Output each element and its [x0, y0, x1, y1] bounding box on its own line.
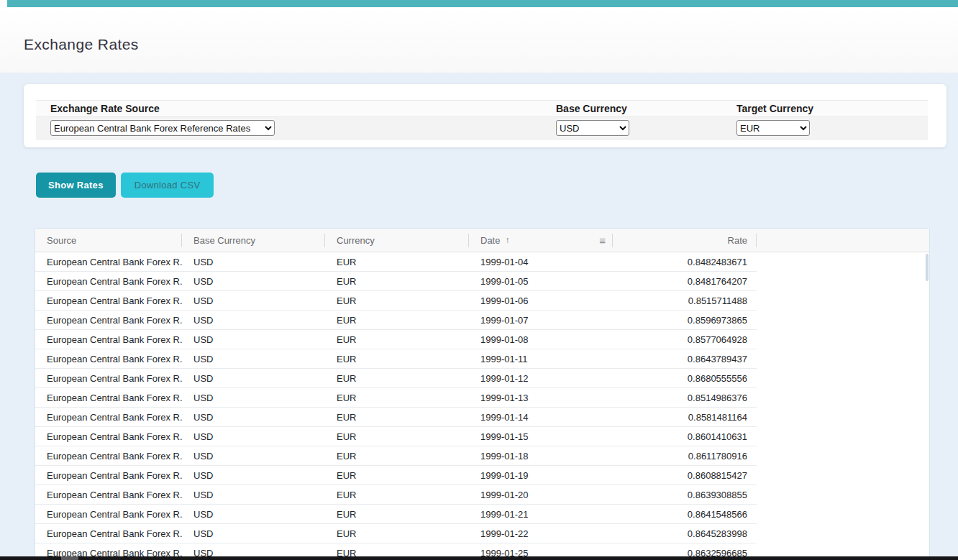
- table-row[interactable]: European Central Bank Forex R...USDEUR19…: [35, 291, 757, 311]
- cell-currency: EUR: [325, 330, 469, 349]
- table-row[interactable]: European Central Bank Forex R...USDEUR19…: [35, 524, 757, 543]
- cell-currency: EUR: [325, 485, 469, 504]
- cell-date: 1999-01-13: [469, 388, 613, 407]
- cell-rate: 0.8481764207: [613, 272, 757, 290]
- cell-rate: 0.8645283998: [613, 524, 757, 543]
- rates-grid: Source Base Currency Currency Date ↑ ≡ R…: [35, 228, 930, 560]
- cell-rate: 0.8596973865: [613, 311, 757, 329]
- table-row[interactable]: European Central Bank Forex R...USDEUR19…: [35, 311, 757, 330]
- cell-date: 1999-01-06: [469, 291, 613, 310]
- table-row[interactable]: European Central Bank Forex R...USDEUR19…: [35, 446, 757, 466]
- table-row[interactable]: European Central Bank Forex R...USDEUR19…: [35, 252, 757, 272]
- cell-date: 1999-01-07: [469, 311, 613, 329]
- table-row[interactable]: European Central Bank Forex R...USDEUR19…: [35, 349, 757, 369]
- cell-source: European Central Bank Forex R...: [35, 349, 182, 368]
- filter-form: Exchange Rate Source Base Currency Targe…: [36, 100, 928, 140]
- bottom-scrollbar-thumb[interactable]: [61, 556, 78, 560]
- cell-base_currency: USD: [182, 272, 325, 290]
- page-header: Exchange Rates: [0, 7, 958, 73]
- form-control-row: European Central Bank Forex Reference Ra…: [36, 117, 928, 140]
- cell-currency: EUR: [325, 252, 469, 271]
- table-row[interactable]: European Central Bank Forex R...USDEUR19…: [35, 330, 757, 349]
- target-currency-label: Target Currency: [722, 101, 928, 116]
- cell-base_currency: USD: [182, 349, 325, 368]
- cell-date: 1999-01-04: [469, 252, 613, 271]
- cell-date: 1999-01-15: [469, 427, 613, 446]
- download-csv-button[interactable]: Download CSV: [121, 173, 214, 198]
- cell-source: European Central Bank Forex R...: [35, 485, 182, 504]
- cell-date: 1999-01-05: [469, 272, 613, 290]
- cell-rate: 0.8515711488: [613, 291, 757, 310]
- cell-source: European Central Bank Forex R...: [35, 252, 182, 271]
- cell-base_currency: USD: [182, 524, 325, 543]
- cell-currency: EUR: [325, 291, 469, 310]
- cell-date: 1999-01-21: [469, 505, 613, 523]
- cell-source: European Central Bank Forex R...: [35, 311, 182, 329]
- cell-base_currency: USD: [182, 408, 325, 426]
- cell-date: 1999-01-20: [469, 485, 613, 504]
- cell-currency: EUR: [325, 524, 469, 543]
- column-header-base-currency[interactable]: Base Currency: [182, 229, 325, 252]
- cell-base_currency: USD: [182, 466, 325, 485]
- column-header-source[interactable]: Source: [35, 229, 182, 252]
- bottom-edge-bar: [0, 556, 958, 560]
- sort-ascending-icon: ↑: [505, 235, 509, 245]
- cell-currency: EUR: [325, 505, 469, 523]
- cell-source: European Central Bank Forex R...: [35, 408, 182, 426]
- table-row[interactable]: European Central Bank Forex R...USDEUR19…: [35, 505, 757, 524]
- cell-source: European Central Bank Forex R...: [35, 524, 182, 543]
- grid-body: European Central Bank Forex R...USDEUR19…: [35, 252, 757, 560]
- cell-base_currency: USD: [182, 446, 325, 465]
- cell-date: 1999-01-22: [469, 524, 613, 543]
- cell-source: European Central Bank Forex R...: [35, 369, 182, 387]
- cell-rate: 0.8680555556: [613, 369, 757, 387]
- cell-base_currency: USD: [182, 311, 325, 329]
- main-content: Exchange Rate Source Base Currency Targe…: [0, 73, 958, 560]
- top-accent-bar: [7, 0, 958, 7]
- table-row[interactable]: European Central Bank Forex R...USDEUR19…: [35, 485, 757, 505]
- base-currency-select[interactable]: USD: [556, 120, 629, 136]
- show-rates-button[interactable]: Show Rates: [36, 173, 116, 198]
- cell-currency: EUR: [325, 311, 469, 329]
- cell-base_currency: USD: [182, 388, 325, 407]
- cell-rate: 0.8514986376: [613, 388, 757, 407]
- column-header-rate[interactable]: Rate: [613, 229, 757, 252]
- target-currency-select[interactable]: EUR: [736, 120, 810, 136]
- table-row[interactable]: European Central Bank Forex R...USDEUR19…: [35, 369, 757, 388]
- cell-rate: 0.8643789437: [613, 349, 757, 368]
- cell-rate: 0.8641548566: [613, 505, 757, 523]
- cell-currency: EUR: [325, 388, 469, 407]
- cell-rate: 0.8639308855: [613, 485, 757, 504]
- cell-currency: EUR: [325, 349, 469, 368]
- cell-date: 1999-01-12: [469, 369, 613, 387]
- cell-base_currency: USD: [182, 369, 325, 387]
- cell-source: European Central Bank Forex R...: [35, 466, 182, 485]
- table-row[interactable]: European Central Bank Forex R...USDEUR19…: [35, 466, 757, 485]
- cell-currency: EUR: [325, 427, 469, 446]
- column-header-currency[interactable]: Currency: [325, 229, 469, 252]
- column-menu-icon[interactable]: ≡: [599, 235, 606, 246]
- table-row[interactable]: European Central Bank Forex R...USDEUR19…: [35, 388, 757, 408]
- cell-base_currency: USD: [182, 330, 325, 349]
- cell-rate: 0.8601410631: [613, 427, 757, 446]
- cell-source: European Central Bank Forex R...: [35, 427, 182, 446]
- cell-base_currency: USD: [182, 505, 325, 523]
- cell-source: European Central Bank Forex R...: [35, 505, 182, 523]
- target-currency-cell: EUR: [722, 120, 928, 136]
- grid-header-row: Source Base Currency Currency Date ↑ ≡ R…: [35, 229, 929, 252]
- cell-rate: 0.8577064928: [613, 330, 757, 349]
- base-currency-label: Base Currency: [542, 101, 722, 116]
- exchange-rate-source-label: Exchange Rate Source: [36, 101, 542, 116]
- table-row[interactable]: European Central Bank Forex R...USDEUR19…: [35, 408, 757, 427]
- cell-base_currency: USD: [182, 252, 325, 271]
- table-row[interactable]: European Central Bank Forex R...USDEUR19…: [35, 427, 757, 446]
- exchange-rate-source-select[interactable]: European Central Bank Forex Reference Ra…: [50, 120, 275, 136]
- cell-currency: EUR: [325, 446, 469, 465]
- cell-date: 1999-01-08: [469, 330, 613, 349]
- cell-currency: EUR: [325, 466, 469, 485]
- cell-date: 1999-01-14: [469, 408, 613, 426]
- cell-rate: 0.8482483671: [613, 252, 757, 271]
- column-header-date[interactable]: Date ↑ ≡: [469, 229, 613, 252]
- grid-vertical-scrollbar[interactable]: [926, 254, 929, 281]
- table-row[interactable]: European Central Bank Forex R...USDEUR19…: [35, 272, 757, 291]
